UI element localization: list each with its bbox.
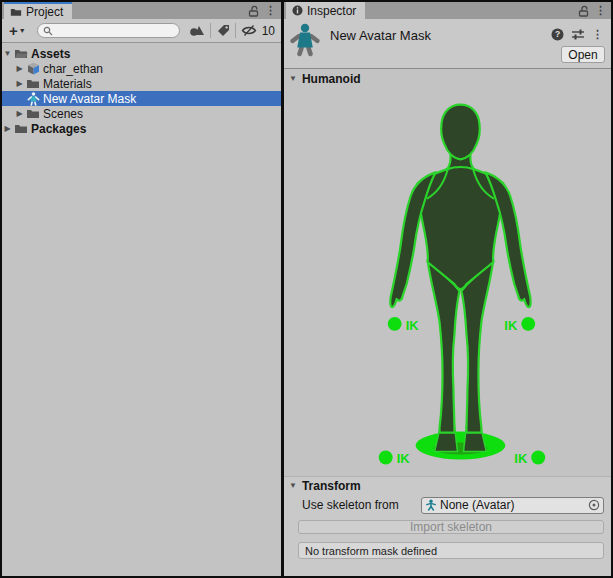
left-foot-ik-label: IK [397, 451, 411, 466]
humanoid-section-label: Humanoid [302, 72, 361, 86]
hidden-count: 10 [262, 24, 275, 38]
object-picker-icon[interactable] [588, 499, 600, 511]
import-skeleton-button[interactable]: Import skeleton [298, 520, 604, 534]
asset-title: New Avatar Mask [330, 28, 431, 43]
tab-project[interactable]: Project [4, 2, 72, 19]
project-tabbar: Project ⋮ [2, 2, 281, 19]
skeleton-object-field[interactable]: None (Avatar) [421, 497, 604, 514]
right-hand-ik-dot[interactable] [521, 317, 535, 331]
search-field[interactable] [37, 23, 180, 38]
filter-by-label-icon[interactable] [216, 24, 230, 37]
right-foot-ik-label: IK [514, 451, 528, 466]
presets-icon[interactable] [571, 28, 585, 41]
skeleton-field-value: None (Avatar) [440, 498, 585, 512]
foldout-closed-icon[interactable]: ▶ [14, 109, 25, 118]
tree-item-packages[interactable]: ▶ Packages [2, 121, 281, 136]
project-panel: Project ⋮ + ▼ [2, 2, 281, 576]
tab-inspector-label: Inspector [307, 4, 356, 18]
inspector-panel: Inspector ⋮ New Avatar Mask ? [284, 2, 611, 576]
right-foot-ik-dot[interactable] [531, 450, 545, 464]
search-input[interactable] [53, 25, 174, 37]
folder-open-icon [13, 48, 29, 59]
inspector-tabbar: Inspector ⋮ [284, 2, 611, 19]
info-icon [292, 5, 303, 16]
foldout-closed-icon[interactable]: ▶ [2, 124, 13, 133]
tab-inspector[interactable]: Inspector [286, 2, 365, 19]
folder-icon [13, 123, 29, 134]
unlock-icon[interactable] [248, 5, 259, 17]
humanoid-section-header[interactable]: ▼ Humanoid [284, 69, 611, 88]
foldout-open-icon: ▼ [289, 481, 297, 490]
head[interactable] [441, 105, 480, 160]
transform-mask-help-box: No transform mask defined [298, 542, 604, 559]
project-menu-icon[interactable]: ⋮ [265, 5, 276, 16]
foldout-open-icon[interactable]: ▼ [2, 49, 13, 58]
tree-item-assets[interactable]: ▼ Assets [2, 46, 281, 61]
open-button[interactable]: Open [561, 46, 605, 63]
filter-by-type-icon[interactable] [189, 24, 205, 37]
foldout-closed-icon[interactable]: ▶ [14, 64, 25, 73]
transform-section-header[interactable]: ▼ Transform [284, 477, 611, 494]
folder-icon [10, 7, 22, 17]
svg-text:?: ? [555, 29, 560, 39]
model-cube-icon [25, 62, 41, 75]
inspector-menu-icon[interactable]: ⋮ [595, 5, 606, 16]
humanoid-mask-preview: IK IK IK IK [284, 88, 611, 476]
avatar-icon [425, 499, 437, 511]
folder-icon [25, 108, 41, 119]
project-toolbar: + ▼ 10 [2, 19, 281, 43]
chevron-down-icon: ▼ [19, 27, 26, 34]
tree-item-char-ethan[interactable]: ▶ char_ethan [2, 61, 281, 76]
avatar-mask-icon [25, 92, 41, 106]
humanoid-body-figure[interactable]: IK IK IK IK [284, 88, 611, 476]
avatar-mask-asset-icon [289, 23, 321, 57]
right-hand-ik-label: IK [504, 318, 518, 333]
add-asset-button[interactable]: + ▼ [6, 22, 29, 40]
left-foot-ik-dot[interactable] [379, 450, 393, 464]
inspector-header: New Avatar Mask ? ⋮ Open [284, 19, 611, 69]
folder-icon [25, 78, 41, 89]
transform-section-label: Transform [302, 479, 361, 493]
help-icon[interactable]: ? [551, 28, 564, 41]
tree-item-new-avatar-mask[interactable]: New Avatar Mask [2, 91, 281, 106]
foldout-closed-icon[interactable]: ▶ [14, 79, 25, 88]
left-hand-ik-dot[interactable] [388, 317, 402, 331]
project-tree: ▼ Assets ▶ char_ethan ▶ Materials [2, 43, 281, 576]
tree-item-materials[interactable]: ▶ Materials [2, 76, 281, 91]
tab-project-label: Project [26, 5, 63, 19]
unlock-icon[interactable] [578, 5, 589, 17]
foldout-open-icon: ▼ [289, 74, 297, 83]
left-hand-ik-label: IK [406, 318, 420, 333]
asset-menu-icon[interactable]: ⋮ [592, 29, 603, 40]
search-icon [43, 26, 53, 36]
tree-item-scenes[interactable]: ▶ Scenes [2, 106, 281, 121]
transform-section: ▼ Transform Use skeleton from None (Avat… [284, 476, 611, 559]
hidden-count-eye-icon[interactable] [241, 24, 257, 37]
use-skeleton-label: Use skeleton from [302, 498, 399, 512]
